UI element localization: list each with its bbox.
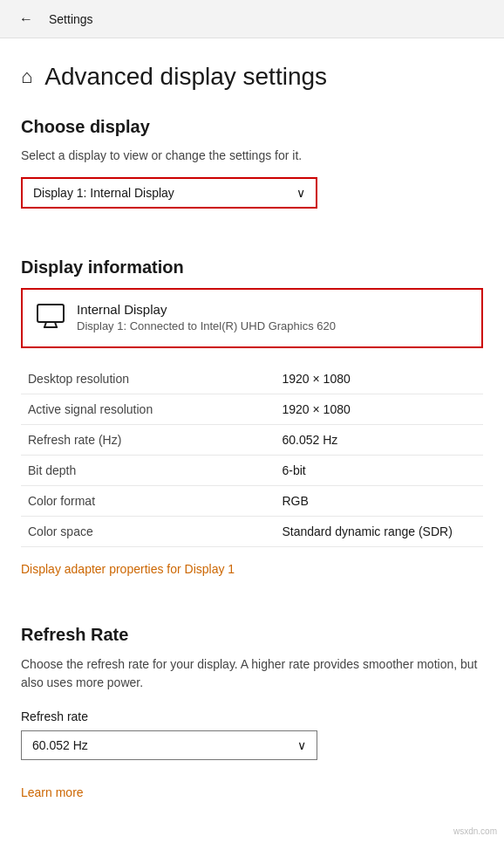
row-value: 6-bit [276, 455, 484, 485]
display-dropdown-value: Display 1: Internal Display [33, 186, 296, 200]
main-content: ⌂ Advanced display settings Choose displ… [0, 38, 504, 843]
display-info-table: Desktop resolution1920 × 1080Active sign… [21, 364, 483, 547]
choose-display-title: Choose display [21, 117, 483, 137]
adapter-properties-link[interactable]: Display adapter properties for Display 1 [21, 562, 235, 576]
display-name: Internal Display [77, 302, 336, 317]
chevron-down-icon: ∨ [296, 186, 305, 200]
display-dropdown[interactable]: Display 1: Internal Display ∨ [21, 177, 317, 209]
page-title: Advanced display settings [44, 63, 327, 91]
table-row: Refresh rate (Hz)60.052 Hz [21, 424, 483, 455]
chevron-down-icon: ∨ [297, 738, 306, 752]
display-sub: Display 1: Connected to Intel(R) UHD Gra… [77, 319, 336, 332]
display-info-text: Internal Display Display 1: Connected to… [77, 302, 336, 332]
row-label: Color space [21, 516, 276, 546]
row-value: RGB [276, 485, 484, 516]
display-information-section: Display information Internal Display Dis… [21, 257, 483, 600]
page-header: ⌂ Advanced display settings [21, 63, 483, 91]
svg-rect-0 [37, 305, 64, 322]
refresh-rate-field-label: Refresh rate [21, 709, 483, 723]
choose-display-desc: Select a display to view or change the s… [21, 147, 483, 165]
row-label: Refresh rate (Hz) [21, 424, 276, 455]
refresh-rate-dropdown[interactable]: 60.052 Hz ∨ [21, 730, 317, 760]
watermark: wsxdn.com [453, 826, 497, 836]
row-label: Color format [21, 485, 276, 516]
table-row: Desktop resolution1920 × 1080 [21, 364, 483, 394]
row-value: Standard dynamic range (SDR) [276, 516, 484, 546]
row-label: Bit depth [21, 455, 276, 485]
display-info-title: Display information [21, 257, 483, 278]
monitor-icon [37, 304, 65, 334]
row-label: Active signal resolution [21, 394, 276, 424]
row-value: 60.052 Hz [276, 424, 484, 455]
back-button[interactable]: ← [14, 7, 38, 31]
row-value: 1920 × 1080 [276, 364, 484, 394]
row-label: Desktop resolution [21, 364, 276, 394]
choose-display-section: Choose display Select a display to view … [21, 117, 483, 233]
table-row: Color spaceStandard dynamic range (SDR) [21, 516, 483, 546]
titlebar-text: Settings [49, 12, 93, 26]
refresh-rate-section: Refresh Rate Choose the refresh rate for… [21, 625, 483, 824]
refresh-rate-dropdown-value: 60.052 Hz [32, 738, 297, 752]
refresh-rate-title: Refresh Rate [21, 625, 483, 645]
table-row: Color formatRGB [21, 485, 483, 516]
table-row: Bit depth6-bit [21, 455, 483, 485]
row-value: 1920 × 1080 [276, 394, 484, 424]
refresh-rate-desc: Choose the refresh rate for your display… [21, 655, 483, 692]
table-row: Active signal resolution1920 × 1080 [21, 394, 483, 424]
title-bar: ← Settings [0, 0, 504, 38]
home-icon[interactable]: ⌂ [21, 65, 32, 88]
learn-more-link[interactable]: Learn more [21, 785, 84, 799]
display-info-box: Internal Display Display 1: Connected to… [21, 288, 483, 348]
